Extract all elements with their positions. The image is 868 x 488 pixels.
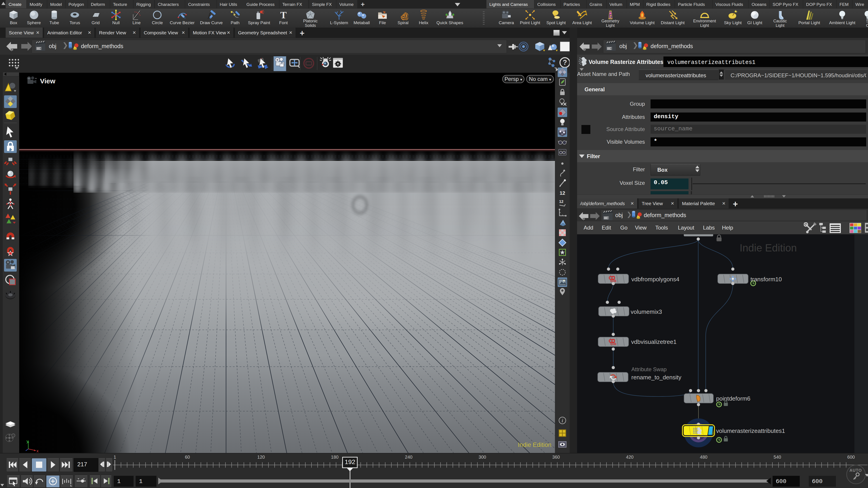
svg-text:y: y — [26, 439, 29, 444]
svg-text:?: ? — [563, 59, 567, 66]
svg-text:T: T — [280, 10, 287, 20]
svg-text:12: 12 — [560, 190, 565, 196]
svg-text:x: x — [36, 449, 38, 452]
svg-text:i: i — [562, 418, 563, 423]
svg-text:VDB: VDB — [610, 342, 616, 346]
svg-text:12: 12 — [559, 199, 563, 204]
